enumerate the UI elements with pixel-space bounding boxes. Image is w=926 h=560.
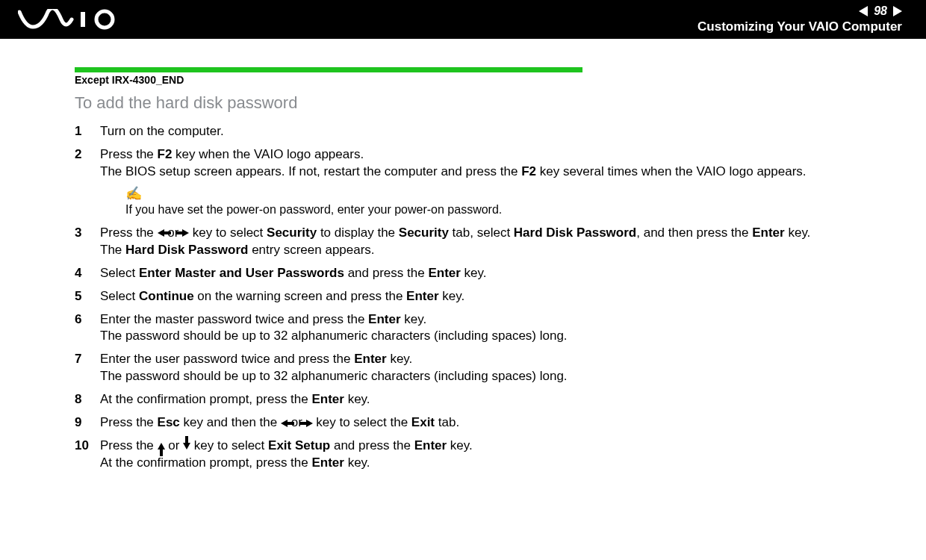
- vaio-logo: [18, 9, 122, 30]
- note-block: ✍ If you have set the power-on password,…: [125, 187, 884, 219]
- step-8: At the confirmation prompt, press the En…: [75, 391, 884, 408]
- step-10: Press the or key to select Exit Setup an…: [75, 438, 884, 472]
- nav-prev-icon[interactable]: [859, 6, 868, 16]
- step-1-text: Turn on the computer.: [100, 124, 224, 138]
- step-1: Turn on the computer.: [75, 123, 884, 140]
- pencil-icon: ✍: [125, 187, 884, 200]
- note-text: If you have set the power-on password, e…: [125, 203, 502, 216]
- steps-list: Turn on the computer. Press the F2 key w…: [75, 123, 884, 472]
- page-heading: To add the hard disk password: [75, 93, 884, 113]
- content-area: Except IRX-4300_END To add the hard disk…: [0, 39, 926, 472]
- arrow-down-icon: [183, 443, 190, 449]
- arrow-up-icon: [158, 443, 165, 449]
- header-bar: 98 Customizing Your VAIO Computer: [0, 0, 926, 39]
- arrow-left-icon: [158, 229, 164, 237]
- step-4: Select Enter Master and User Passwords a…: [75, 265, 884, 282]
- header-right: 98 Customizing Your VAIO Computer: [697, 4, 911, 35]
- arrow-right-icon: [182, 229, 189, 237]
- step-3: Press the or key to select Security to d…: [75, 225, 884, 259]
- arrow-right-icon: [306, 420, 313, 427]
- svg-point-1: [96, 11, 113, 28]
- svg-rect-0: [81, 12, 85, 27]
- step-5: Select Continue on the warning screen an…: [75, 288, 884, 305]
- step-9: Press the Esc key and then the or key to…: [75, 414, 884, 432]
- arrow-left-icon: [281, 420, 288, 427]
- except-label: Except IRX-4300_END: [75, 74, 884, 86]
- step-7: Enter the user password twice and press …: [75, 351, 884, 385]
- step-6: Enter the master password twice and pres…: [75, 311, 884, 346]
- key-f2: F2: [158, 147, 173, 161]
- page-number: 98: [874, 4, 887, 18]
- green-divider: [75, 67, 582, 72]
- section-title: Customizing Your VAIO Computer: [697, 19, 902, 34]
- step-2: Press the F2 key when the VAIO logo appe…: [75, 146, 884, 219]
- nav-next-icon[interactable]: [893, 6, 902, 16]
